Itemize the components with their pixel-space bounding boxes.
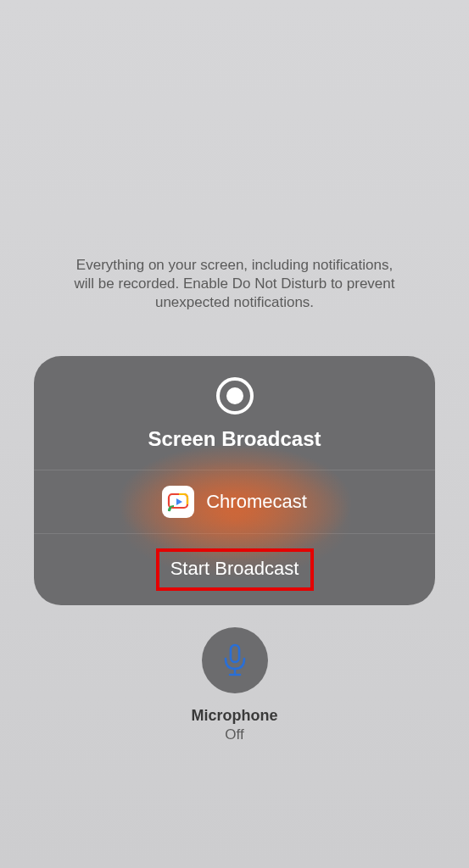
svg-marker-4 xyxy=(176,498,182,505)
start-broadcast-button[interactable]: Start Broadcast xyxy=(159,551,311,587)
microphone-label: Microphone xyxy=(192,707,278,725)
svg-point-1 xyxy=(226,387,243,404)
microphone-status: Off xyxy=(192,726,278,743)
app-label: Chromecast xyxy=(206,491,307,513)
start-broadcast-row: Start Broadcast xyxy=(34,534,435,605)
privacy-info-text: Everything on your screen, including not… xyxy=(65,256,405,312)
svg-rect-6 xyxy=(231,645,239,662)
svg-point-5 xyxy=(169,509,171,512)
chromecast-app-icon xyxy=(162,486,194,518)
microphone-section: Microphone Off xyxy=(192,627,278,743)
record-icon xyxy=(34,376,435,415)
panel-header: Screen Broadcast xyxy=(34,356,435,470)
broadcast-panel: Screen Broadcast Chromecast Start Broadc… xyxy=(34,356,435,605)
microphone-toggle-button[interactable] xyxy=(202,627,268,693)
microphone-icon xyxy=(221,643,249,677)
panel-title: Screen Broadcast xyxy=(34,427,435,451)
broadcast-app-row[interactable]: Chromecast xyxy=(34,470,435,534)
